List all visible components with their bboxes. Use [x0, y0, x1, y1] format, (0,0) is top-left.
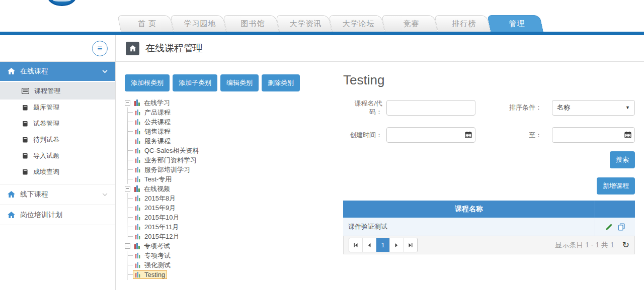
sidebar-section-label: 在线课程: [20, 67, 48, 76]
tree-node[interactable]: 产品课程: [128, 108, 332, 117]
sort-condition-select[interactable]: 名称 ▼: [552, 100, 635, 116]
chart-bars-icon: [135, 234, 141, 239]
refresh-icon[interactable]: ↻: [622, 241, 629, 249]
created-to-input[interactable]: [552, 127, 635, 143]
search-button[interactable]: 搜索: [610, 151, 635, 168]
tree-node[interactable]: 2015年12月: [128, 232, 332, 241]
sidebar-item-pending-papers[interactable]: 待判试卷: [0, 132, 115, 148]
chart-bars-icon: [135, 224, 141, 230]
sidebar-item-label: 导入试题: [33, 151, 59, 160]
tab-label: 学习园地: [174, 15, 226, 32]
last-page-button[interactable]: [404, 238, 417, 252]
sidebar-item-question-bank[interactable]: 题库管理: [0, 100, 115, 116]
sidebar-item-course-management[interactable]: 课程管理: [0, 82, 115, 100]
edit-icon[interactable]: [605, 223, 613, 231]
current-page-button[interactable]: 1: [376, 238, 390, 252]
tree-node[interactable]: 2015年11月: [128, 222, 332, 232]
tree-node[interactable]: 2015年8月: [128, 194, 332, 203]
book-icon: [22, 137, 28, 143]
copy-icon[interactable]: [618, 223, 625, 231]
tree-node-selected[interactable]: Testing: [128, 270, 332, 279]
tab-admin[interactable]: 管理: [491, 15, 543, 32]
tree-node[interactable]: 2015年10月: [128, 213, 332, 222]
menu-toggle-button[interactable]: ≡: [92, 41, 108, 56]
tree-node-label: 服务部培训学习: [144, 165, 190, 174]
sidebar-item-label: 试卷管理: [33, 119, 59, 128]
course-card-icon: [22, 88, 29, 94]
chart-bars-icon: [135, 119, 141, 125]
sidebar-item-label: 成绩查询: [33, 167, 59, 176]
home-icon: [8, 191, 15, 198]
sidebar-item-label: 题库管理: [33, 103, 59, 112]
sort-selected-value: 名称: [557, 103, 570, 112]
dropdown-arrow-icon: ▼: [625, 105, 630, 110]
tab-competition[interactable]: 竞赛: [385, 15, 438, 32]
tree-node[interactable]: 专项考试: [128, 251, 332, 260]
prev-page-button[interactable]: [363, 238, 376, 252]
collapse-icon[interactable]: [125, 186, 130, 191]
tree-node[interactable]: 2015年9月: [128, 203, 332, 213]
category-toolbar: 添加根类别 添加子类别 编辑类别 删除类别: [125, 74, 332, 91]
chart-bars-icon: [135, 196, 141, 201]
tree-node[interactable]: Test-专用: [128, 174, 332, 184]
created-from-input[interactable]: [386, 127, 475, 143]
add-course-button[interactable]: 新增课程: [597, 177, 635, 195]
sidebar-section-offline-courses[interactable]: 线下课程: [0, 184, 115, 205]
tree-node[interactable]: 销售课程: [128, 127, 332, 136]
tree-children: 2015年8月 2015年9月 2015年10月 2015年11月 2015年1…: [127, 194, 332, 241]
row-actions: [595, 218, 635, 236]
calendar-icon[interactable]: [465, 131, 472, 140]
tab-university-news[interactable]: 大学资讯: [279, 15, 332, 32]
tab-university-forum[interactable]: 大学论坛: [332, 15, 385, 32]
tab-study-garden[interactable]: 学习园地: [174, 15, 226, 32]
course-name-label: 课程名/代码：: [343, 99, 382, 116]
collapse-icon[interactable]: [125, 243, 130, 249]
to-label: 至：: [479, 131, 548, 140]
tree-node-label: 专项考试: [144, 242, 170, 251]
sidebar-item-score-query[interactable]: 成绩查询: [0, 164, 115, 180]
first-page-button[interactable]: [349, 238, 363, 252]
chart-bars-icon: [135, 215, 141, 220]
tree-node-label: Testing: [144, 271, 165, 278]
tab-label: 首 页: [121, 15, 174, 32]
collapse-icon[interactable]: [125, 100, 130, 106]
tab-ranking[interactable]: 排行榜: [438, 15, 491, 32]
chart-bars-icon: [135, 205, 141, 211]
tab-label: 大学资讯: [279, 15, 332, 32]
tree-node[interactable]: 业务部门资料学习: [128, 155, 332, 165]
edit-category-button[interactable]: 编辑类别: [220, 74, 259, 91]
tree-node[interactable]: 公共课程: [128, 117, 332, 127]
tree-root-node[interactable]: 在线视频: [125, 184, 332, 194]
calendar-icon[interactable]: [624, 131, 631, 140]
home-icon: [129, 45, 136, 52]
tree-root-node[interactable]: 在线学习: [125, 98, 332, 108]
chart-bars-icon: [135, 157, 141, 163]
tree-root-node[interactable]: 专项考试: [125, 241, 332, 251]
add-sub-category-button[interactable]: 添加子类别: [173, 74, 217, 91]
tree-node[interactable]: 服务课程: [128, 136, 332, 146]
tree-node-label: 在线视频: [144, 184, 170, 194]
sidebar-item-import-questions[interactable]: 导入试题: [0, 148, 115, 164]
chart-bars-icon: [135, 110, 141, 115]
course-name-input[interactable]: [386, 100, 475, 116]
sort-condition-label: 排序条件：: [479, 103, 548, 112]
tab-home[interactable]: 首 页: [121, 15, 174, 32]
sidebar-section-online-courses[interactable]: 在线课程: [0, 62, 115, 81]
tab-library[interactable]: 图书馆: [226, 15, 279, 32]
hamburger-icon: ≡: [98, 44, 103, 54]
sidebar-section-job-training-plan[interactable]: 岗位培训计划: [0, 205, 115, 225]
table-row[interactable]: 课件验证测试: [343, 218, 635, 236]
main-nav-tabs: 首 页 学习园地 图书馆 大学资讯 大学论坛 竞赛 排行榜 管理: [121, 15, 543, 32]
add-root-category-button[interactable]: 添加根类别: [125, 74, 170, 91]
sidebar-item-label: 课程管理: [34, 86, 60, 95]
sidebar-top: ≡: [0, 35, 115, 62]
tree-node[interactable]: 服务部培训学习: [128, 165, 332, 174]
tree-node[interactable]: 强化测试: [128, 260, 332, 270]
delete-category-button[interactable]: 删除类别: [262, 74, 300, 91]
tree-node[interactable]: QC-Sales相关资料: [128, 146, 332, 155]
next-page-button[interactable]: [390, 238, 404, 252]
sidebar-submenu: 课程管理 题库管理 试卷管理 待判试卷 导入试题 成绩查询: [0, 81, 115, 184]
pager-info-text: 显示条目 1 - 1 共 1: [555, 241, 614, 250]
pagination-bar: 1 显示条目 1 - 1 共 1 ↻: [343, 236, 635, 254]
sidebar-item-exam-paper[interactable]: 试卷管理: [0, 116, 115, 132]
